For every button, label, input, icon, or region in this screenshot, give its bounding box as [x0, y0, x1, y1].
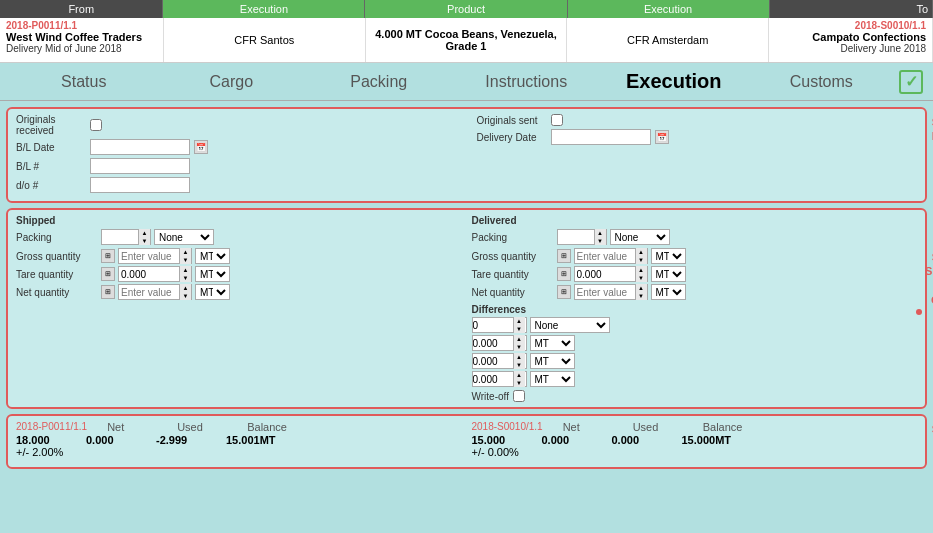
diff-arrows3: ▲ ▼: [513, 353, 525, 369]
bl-hash-input[interactable]: [90, 158, 190, 174]
delivered-net-up[interactable]: ▲: [636, 284, 647, 292]
header-bar: From Execution Product Execution To: [0, 0, 933, 18]
shipped-packing-down[interactable]: ▼: [139, 237, 150, 245]
diff-input4[interactable]: [473, 372, 513, 386]
delivered-packing-select[interactable]: None: [610, 229, 670, 245]
diff-input3[interactable]: [473, 354, 513, 368]
delivered-net-grid-icon[interactable]: ⊞: [557, 285, 571, 299]
delivered-net-unit[interactable]: MT: [651, 284, 686, 300]
delivered-tare-input[interactable]: [575, 267, 635, 281]
delivered-gross-label: Gross quantity: [472, 251, 554, 262]
writeoff-checkbox[interactable]: [513, 390, 525, 402]
diff-spinner4: ▲ ▼: [472, 371, 527, 387]
diff-row3: ▲ ▼ MT: [472, 353, 918, 369]
delivered-net-down[interactable]: ▼: [636, 292, 647, 300]
shipped-tare-grid-icon[interactable]: ⊞: [101, 267, 115, 281]
originals-received-checkbox[interactable]: [90, 119, 102, 131]
diff-down4[interactable]: ▼: [514, 379, 525, 387]
diff-input1[interactable]: [473, 318, 513, 332]
shipped-gross-input[interactable]: [119, 249, 179, 263]
shipped-gross-up[interactable]: ▲: [180, 248, 191, 256]
section1-content: Originals received B/L Date 📅 B/L # d/o …: [16, 114, 917, 196]
shipped-net-down[interactable]: ▼: [180, 292, 191, 300]
delivered-gross-up[interactable]: ▲: [636, 248, 647, 256]
balance-tolerance-left: +/- 2.00%: [16, 446, 462, 458]
shipped-gross-spinner: ▲ ▼: [118, 248, 192, 264]
delivered-gross-row: Gross quantity ⊞ ▲ ▼ MT: [472, 248, 918, 264]
shipped-tare-row: Tare quantity ⊞ ▲ ▼ MT: [16, 266, 462, 282]
delivered-gross-grid-icon[interactable]: ⊞: [557, 249, 571, 263]
diff-up2[interactable]: ▲: [514, 335, 525, 343]
delivery-date-row: Delivery Date 📅: [477, 129, 918, 145]
delivered-gross-down[interactable]: ▼: [636, 256, 647, 264]
shipped-gross-grid-icon[interactable]: ⊞: [101, 249, 115, 263]
tab-packing[interactable]: Packing: [305, 67, 453, 97]
originals-sent-checkbox[interactable]: [551, 114, 563, 126]
delivered-packing-input[interactable]: [558, 230, 594, 244]
trade-from: 2018-P0011/1.1 West Wind Coffee Traders …: [0, 18, 164, 62]
diff-down1[interactable]: ▼: [514, 325, 525, 333]
section1-box: Originals received B/L Date 📅 B/L # d/o …: [6, 107, 927, 203]
tab-execution[interactable]: Execution: [600, 64, 748, 99]
shipped-tare-input[interactable]: [119, 267, 179, 281]
execution-header-left: Execution: [163, 0, 365, 18]
shipped-net-input[interactable]: [119, 285, 179, 299]
shipped-packing-select[interactable]: None: [154, 229, 214, 245]
diff-up3[interactable]: ▲: [514, 353, 525, 361]
shipped-net-label: Net quantity: [16, 287, 98, 298]
delivered-net-input[interactable]: [575, 285, 635, 299]
shipped-packing-label: Packing: [16, 232, 98, 243]
delivery-date-input[interactable]: [551, 129, 651, 145]
diff-down2[interactable]: ▼: [514, 343, 525, 351]
shipped-net-row: Net quantity ⊞ ▲ ▼ MT: [16, 284, 462, 300]
shipped-net-up[interactable]: ▲: [180, 284, 191, 292]
shipped-packing-arrows: ▲ ▼: [138, 229, 150, 245]
shipped-tare-unit[interactable]: MT: [195, 266, 230, 282]
nav-checkmark[interactable]: ✓: [899, 70, 923, 94]
section1-left: Originals received B/L Date 📅 B/L # d/o …: [16, 114, 457, 196]
delivery-date-calendar-icon[interactable]: 📅: [655, 130, 669, 144]
diff-select3[interactable]: MT: [530, 353, 575, 369]
diff-down3[interactable]: ▼: [514, 361, 525, 369]
diff-select1[interactable]: None: [530, 317, 610, 333]
delivered-packing-down[interactable]: ▼: [595, 237, 606, 245]
diff-row1: ▲ ▼ None: [472, 317, 918, 333]
delivered-packing-up[interactable]: ▲: [595, 229, 606, 237]
do-hash-input[interactable]: [90, 177, 190, 193]
product-header: Product: [365, 0, 567, 18]
shipped-tare-up[interactable]: ▲: [180, 266, 191, 274]
bl-date-calendar-icon[interactable]: 📅: [194, 140, 208, 154]
diff-select2[interactable]: MT: [530, 335, 575, 351]
shipped-gross-unit[interactable]: MT: [195, 248, 230, 264]
shipped-net-grid-icon[interactable]: ⊞: [101, 285, 115, 299]
bl-date-label: B/L Date: [16, 142, 86, 153]
tab-customs[interactable]: Customs: [748, 67, 896, 97]
diff-up1[interactable]: ▲: [514, 317, 525, 325]
diff-spinner3: ▲ ▼: [472, 353, 527, 369]
delivered-tare-grid-icon[interactable]: ⊞: [557, 267, 571, 281]
shipped-packing-up[interactable]: ▲: [139, 229, 150, 237]
shipped-packing-input[interactable]: [102, 230, 138, 244]
balance-id-right: 2018-S0010/1.1: [472, 421, 543, 433]
shipped-tare-spinner: ▲ ▼: [118, 266, 192, 282]
diff-select4[interactable]: MT: [530, 371, 575, 387]
diff-up4[interactable]: ▲: [514, 371, 525, 379]
shipped-tare-down[interactable]: ▼: [180, 274, 191, 282]
tab-cargo[interactable]: Cargo: [158, 67, 306, 97]
delivered-tare-up[interactable]: ▲: [636, 266, 647, 274]
delivered-tare-spinner: ▲ ▼: [574, 266, 648, 282]
trade-to-name: Campato Confections: [775, 31, 926, 43]
shipped-net-unit[interactable]: MT: [195, 284, 230, 300]
shipped-net-spinner: ▲ ▼: [118, 284, 192, 300]
originals-sent-label: Originals sent: [477, 115, 547, 126]
tab-status[interactable]: Status: [10, 67, 158, 97]
delivered-tare-down[interactable]: ▼: [636, 274, 647, 282]
diff-input2[interactable]: [473, 336, 513, 350]
bl-date-input[interactable]: [90, 139, 190, 155]
shipped-gross-down[interactable]: ▼: [180, 256, 191, 264]
delivered-tare-unit[interactable]: MT: [651, 266, 686, 282]
delivered-gross-unit[interactable]: MT: [651, 248, 686, 264]
balance-table-left: 2018-P0011/1.1 Net Used Balance 18.000 0…: [16, 421, 462, 458]
tab-instructions[interactable]: Instructions: [453, 67, 601, 97]
delivered-gross-input[interactable]: [575, 249, 635, 263]
